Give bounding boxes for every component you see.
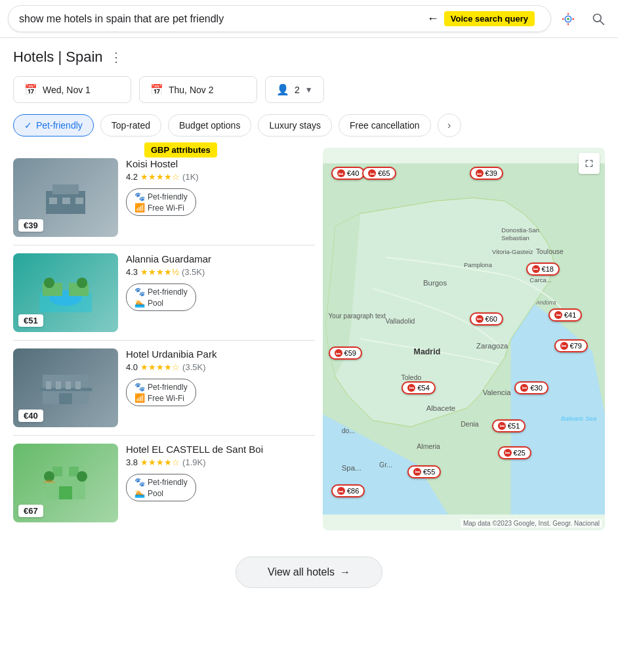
- svg-text:Pamplona: Pamplona: [464, 261, 493, 268]
- checkin-date-button[interactable]: 📅 Wed, Nov 1: [13, 76, 131, 103]
- map-pin-p7[interactable]: 🛏 €60: [470, 312, 503, 326]
- pin-price-p13: €55: [423, 468, 435, 476]
- hotel-card-3[interactable]: €40 Hotel Urdanibia Park 4.0 ★★★★☆ (3.5K…: [13, 341, 315, 436]
- rating-num-4: 3.8: [126, 457, 138, 467]
- view-all-section: View all hotels →: [0, 541, 618, 598]
- map-pin-p3[interactable]: 🛏 €39: [470, 167, 503, 180]
- map-area[interactable]: Burgos Valladolid Madrid Toledo Albacete…: [323, 148, 605, 530]
- view-all-hotels-button[interactable]: View all hotels →: [236, 556, 382, 588]
- hotel-card-1[interactable]: €39 Koisi Hostel 4.2 ★★★★☆ (1K) 🐾 Pet-fr…: [13, 150, 315, 245]
- search-icons: [556, 7, 610, 31]
- amenity-bubble-3: 🐾 Pet-friendly 📶 Free Wi-Fi: [126, 379, 196, 406]
- checkout-calendar-icon: 📅: [150, 83, 163, 96]
- filter-chip-budget-options-label: Budget options: [179, 120, 240, 131]
- checkout-date-button[interactable]: 📅 Thu, Nov 2: [139, 76, 257, 103]
- filter-chip-budget-options[interactable]: Budget options: [168, 114, 251, 136]
- paw-icon-2: 🐾: [134, 287, 145, 297]
- svg-text:do...: do...: [342, 427, 355, 434]
- hotel-illustration-2: [39, 273, 92, 312]
- amenity-row-2: 🐾 Pet-friendly 🏊 Pool: [134, 287, 188, 308]
- hotel-image-wrap-1: €39: [13, 158, 118, 237]
- more-filters-button[interactable]: ›: [438, 114, 461, 137]
- amenity-text-wifi-1: Free Wi-Fi: [148, 203, 184, 213]
- amenity-text-pet-4: Pet-friendly: [148, 478, 188, 487]
- wifi-icon-1: 📶: [134, 203, 145, 213]
- map-pin-p13[interactable]: 🛏 €55: [407, 465, 441, 478]
- search-icon: [592, 12, 605, 26]
- map-pin-p9[interactable]: 🛏 €54: [402, 381, 435, 394]
- map-pin-p11[interactable]: 🛏 €51: [492, 419, 525, 432]
- pin-price-p11: €51: [508, 422, 520, 430]
- map-attribution: Map data ©2023 Google, Inst. Geogr. Naci…: [461, 519, 602, 528]
- hotel-card-2[interactable]: €51 Alannia Guardamar 4.3 ★★★★½ (3.5K) 🐾…: [13, 245, 315, 341]
- map-pin-p4[interactable]: 🛏 €18: [526, 262, 560, 276]
- filter-chip-top-rated[interactable]: Top-rated: [100, 114, 161, 136]
- guests-count: 2: [295, 85, 300, 95]
- hotel-list: GBP attributes €39: [13, 148, 315, 530]
- svg-rect-21: [59, 393, 72, 404]
- search-query-text: show me hotels in spain that are pet fri…: [19, 13, 422, 25]
- checkin-calendar-icon: 📅: [24, 83, 37, 96]
- map-pin-p14[interactable]: 🛏 €86: [331, 484, 365, 497]
- hotel-info-1: Koisi Hostel 4.2 ★★★★☆ (1K) 🐾 Pet-friend…: [126, 158, 315, 237]
- amenity-row-1: 🐾 Pet-friendly 📶 Free Wi-Fi: [134, 192, 188, 213]
- pin-price-p5: €41: [564, 311, 576, 319]
- amenity-item-pet-4: 🐾 Pet-friendly: [134, 477, 188, 487]
- pin-price-p6: €79: [570, 342, 582, 350]
- pool-icon-4: 🏊: [134, 488, 145, 498]
- guests-button[interactable]: 👤 2 ▼: [265, 76, 324, 103]
- svg-text:Zaragoza: Zaragoza: [476, 342, 508, 350]
- svg-text:Valladolid: Valladolid: [386, 317, 415, 325]
- hotel-info-3: Hotel Urdanibia Park 4.0 ★★★★☆ (3.5K) 🐾 …: [126, 348, 315, 427]
- hotel-info-4: Hotel EL CASTELL de Sant Boi 3.8 ★★★★☆ (…: [126, 444, 315, 522]
- filter-chip-free-cancellation[interactable]: Free cancellation: [339, 114, 431, 136]
- svg-point-14: [77, 278, 87, 288]
- pin-price-p4: €18: [542, 265, 554, 273]
- paw-icon-1: 🐾: [134, 192, 145, 201]
- map-pin-p5[interactable]: 🛏 €41: [548, 308, 582, 322]
- pin-icon-p1: 🛏: [337, 169, 345, 177]
- search-input-wrapper[interactable]: show me hotels in spain that are pet fri…: [8, 5, 551, 32]
- svg-rect-27: [59, 486, 72, 499]
- svg-rect-18: [56, 381, 61, 389]
- pin-icon-p14: 🛏: [337, 487, 345, 495]
- checkout-date-text: Thu, Nov 2: [169, 85, 213, 95]
- paw-icon-4: 🐾: [134, 477, 145, 487]
- results-area: GBP attributes €39: [13, 148, 605, 530]
- svg-rect-17: [46, 381, 51, 389]
- svg-point-13: [44, 278, 54, 288]
- map-pin-p6[interactable]: 🛏 €79: [554, 339, 588, 352]
- pin-icon-p4: 🛏: [532, 265, 540, 273]
- map-pin-p1[interactable]: 🛏 €40: [331, 167, 365, 180]
- google-lens-button[interactable]: [556, 7, 580, 31]
- svg-text:Valencia: Valencia: [483, 389, 512, 397]
- voice-search-label: Voice search query: [444, 11, 535, 26]
- hotel-illustration-3: [39, 368, 92, 408]
- map-expand-button[interactable]: [579, 153, 600, 174]
- map-pin-p8[interactable]: 🛏 €59: [329, 346, 362, 360]
- reviews-2: (3.5K): [182, 267, 205, 277]
- amenity-text-pet-1: Pet-friendly: [148, 192, 188, 201]
- hotel-info-2: Alannia Guardamar 4.3 ★★★★½ (3.5K) 🐾 Pet…: [126, 253, 315, 332]
- pin-price-p3: €39: [485, 169, 497, 177]
- filter-chip-luxury-stays[interactable]: Luxury stays: [258, 114, 332, 136]
- pin-icon-p5: 🛏: [554, 311, 562, 319]
- reviews-3: (3.5K): [182, 362, 205, 372]
- svg-rect-6: [49, 198, 57, 204]
- paragraph-annotation: Your paragraph text: [329, 312, 386, 320]
- search-button[interactable]: [587, 7, 610, 31]
- filter-chip-pet-friendly[interactable]: ✓ Pet-friendly: [13, 114, 94, 136]
- pin-icon-p6: 🛏: [560, 342, 568, 350]
- hotel-price-2: €51: [18, 314, 43, 327]
- map-pin-p12[interactable]: 🛏 €25: [498, 446, 531, 459]
- more-options-icon[interactable]: ⋮: [110, 49, 123, 65]
- hotel-card-4[interactable]: €67 Hotel EL CASTELL de Sant Boi 3.8 ★★★…: [13, 436, 315, 530]
- filter-chip-free-cancellation-label: Free cancellation: [350, 120, 420, 131]
- wifi-icon-3: 📶: [134, 393, 145, 403]
- map-pin-p10[interactable]: 🛏 €30: [514, 381, 548, 394]
- pin-icon-p12: 🛏: [504, 449, 512, 457]
- hotel-image-wrap-3: €40: [13, 348, 118, 427]
- hotel-price-1: €39: [18, 219, 43, 232]
- map-pin-p2[interactable]: 🛏 €65: [362, 167, 396, 180]
- pin-icon-p11: 🛏: [498, 422, 506, 430]
